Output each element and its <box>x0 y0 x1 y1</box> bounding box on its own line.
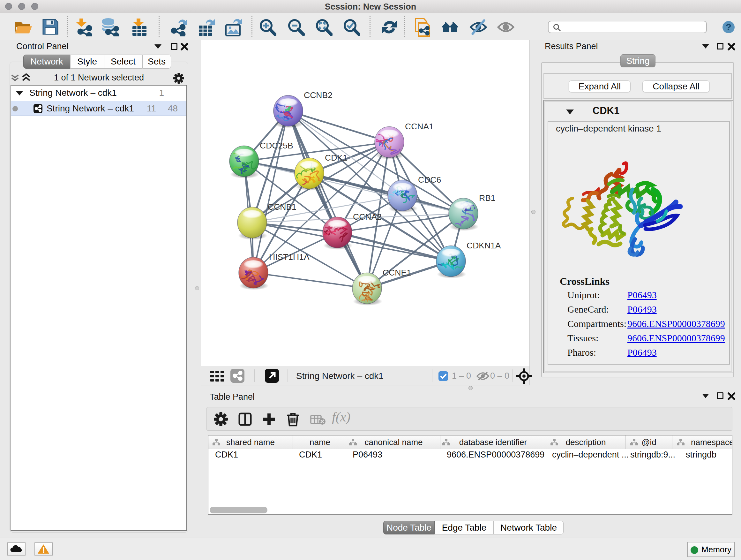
svg-text:CDC6: CDC6 <box>418 175 441 185</box>
svg-text:CDC25B: CDC25B <box>260 141 293 150</box>
svg-text:RB1: RB1 <box>479 193 495 203</box>
svg-text:CCNA2: CCNA2 <box>353 212 382 222</box>
svg-text:HIST1H1A: HIST1H1A <box>269 252 310 262</box>
svg-text:CCNB1: CCNB1 <box>268 202 296 212</box>
svg-text:CDK1: CDK1 <box>325 153 347 163</box>
svg-text:CCNA1: CCNA1 <box>405 122 434 131</box>
svg-text:CCNB2: CCNB2 <box>304 90 333 100</box>
svg-text:CCNE1: CCNE1 <box>383 268 411 277</box>
svg-text:CDKN1A: CDKN1A <box>467 241 501 250</box>
